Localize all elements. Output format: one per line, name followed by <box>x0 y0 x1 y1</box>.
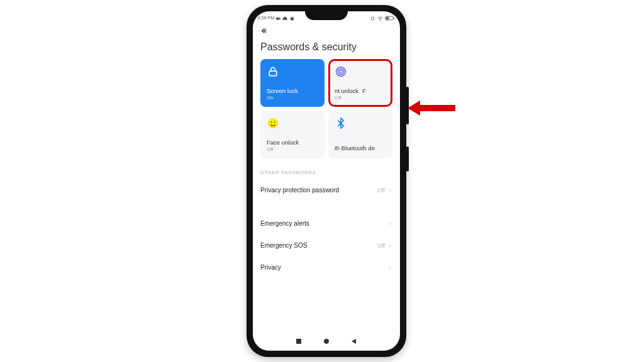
nav-back[interactable] <box>351 336 357 347</box>
svg-rect-5 <box>386 17 389 19</box>
section-header-other-passwords: OTHER PASSWORDS <box>260 166 392 179</box>
row-label: Emergency alerts <box>260 220 309 227</box>
tile-status: Off <box>335 95 386 101</box>
tile-fingerprint-unlock[interactable]: nt unlock F Off <box>328 59 392 107</box>
arrow-back-icon <box>260 26 269 35</box>
row-label: Privacy <box>260 264 281 271</box>
alarm-icon <box>289 16 295 20</box>
chevron-right-icon <box>387 188 392 193</box>
tile-status: On <box>267 95 318 101</box>
row-privacy-protection-password[interactable]: Privacy protection password Off <box>260 179 392 201</box>
svg-rect-2 <box>372 17 374 20</box>
fingerprint-icon <box>335 65 347 78</box>
phone-screen: 6:59 PM <box>253 11 400 351</box>
tile-bluetooth-unlock[interactable]: th Bluetooth de <box>328 111 392 158</box>
tile-screen-lock[interactable]: Screen lock On <box>260 59 325 107</box>
svg-point-10 <box>340 70 343 74</box>
wifi-icon <box>377 16 383 20</box>
rotation-lock-icon <box>370 16 375 20</box>
svg-point-3 <box>380 20 380 21</box>
svg-point-15 <box>324 339 329 344</box>
phone-side-button <box>406 146 409 172</box>
tile-label: Screen lock <box>267 88 318 95</box>
svg-rect-7 <box>269 71 277 76</box>
tile-extra: F <box>362 88 366 95</box>
row-value: Off <box>377 187 385 194</box>
nav-home[interactable] <box>323 336 330 347</box>
camera-icon <box>275 16 281 20</box>
tile-label: th Bluetooth de <box>335 145 386 152</box>
lock-icon <box>267 65 279 78</box>
svg-point-11 <box>269 119 278 128</box>
svg-point-1 <box>291 17 294 20</box>
svg-rect-0 <box>276 17 279 19</box>
nav-recents[interactable] <box>296 336 302 347</box>
row-label: Privacy protection password <box>260 187 339 194</box>
row-label: Emergency SOS <box>260 242 307 249</box>
settings-content: Passwords & security Screen lock On <box>253 24 400 332</box>
android-nav-bar <box>253 332 400 351</box>
tile-label: Face unlock <box>267 140 318 146</box>
page-title: Passwords & security <box>260 41 392 59</box>
tile-status: Off <box>267 146 318 152</box>
chevron-right-icon <box>387 221 392 226</box>
battery-icon <box>385 16 395 20</box>
back-button[interactable] <box>260 24 392 41</box>
cloud-icon <box>282 16 288 20</box>
row-value: Off <box>377 243 385 249</box>
svg-point-13 <box>274 121 275 123</box>
row-privacy[interactable]: Privacy <box>260 256 392 278</box>
bluetooth-icon <box>335 117 347 129</box>
face-icon <box>267 117 279 129</box>
status-time: 6:59 PM <box>258 16 274 20</box>
tile-face-unlock[interactable]: Face unlock Off <box>260 111 325 158</box>
chevron-right-icon <box>387 243 392 248</box>
svg-rect-14 <box>296 339 301 344</box>
svg-point-9 <box>338 69 344 75</box>
phone-mockup: 6:59 PM <box>247 5 406 357</box>
row-emergency-sos[interactable]: Emergency SOS Off <box>260 234 392 256</box>
status-bar: 6:59 PM <box>253 11 400 24</box>
tile-label: nt unlock <box>335 88 358 95</box>
svg-rect-6 <box>394 17 394 18</box>
row-emergency-alerts[interactable]: Emergency alerts <box>260 212 392 234</box>
chevron-right-icon <box>387 265 392 270</box>
annotation-arrow <box>406 98 457 118</box>
phone-side-button <box>406 87 409 124</box>
svg-point-12 <box>271 121 272 123</box>
